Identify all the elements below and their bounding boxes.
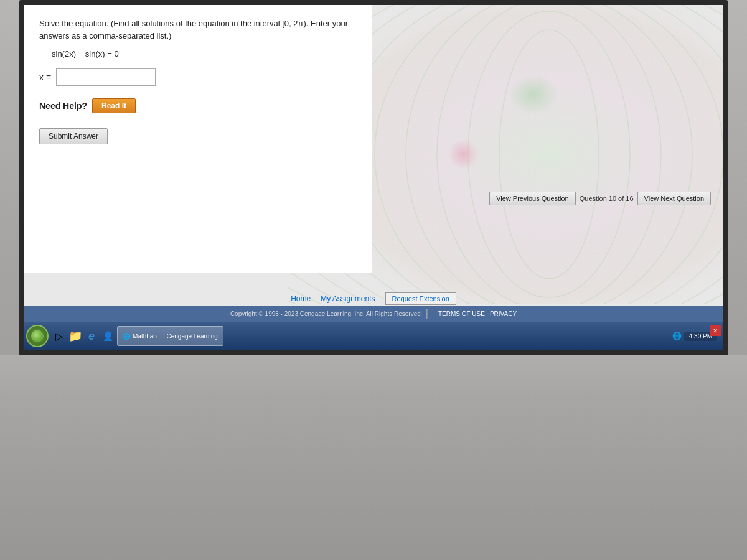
screen: Solve the equation. (Find all solutions … [24,5,723,350]
start-button[interactable] [26,325,49,347]
read-it-button[interactable]: Read It [92,98,136,113]
need-help-row: Need Help? Read It [39,98,357,113]
privacy-link[interactable]: PRIVACY [490,310,517,317]
laptop-outer: Solve the equation. (Find all solutions … [0,0,747,560]
view-next-question-button[interactable]: View Next Question [637,192,711,205]
explorer-icon[interactable]: 📁 [69,330,82,342]
footer-links: Home My Assignments Request Extension [24,292,723,305]
copyright-text: Copyright © 1998 - 2023 Cengage Learning… [230,310,421,317]
windows-orb [31,330,44,342]
terms-of-use-link[interactable]: TERMS OF USE [438,310,485,317]
answer-row: x = [39,68,357,86]
media-player-icon[interactable]: ▷ [53,330,65,342]
ie-icon[interactable]: e [85,330,98,342]
submit-answer-button[interactable]: Submit Answer [39,128,108,144]
laptop-body: SONY WEB One Touch F7 F8 F9 F10 [0,355,747,560]
question-counter: Question 10 of 16 [580,195,634,202]
svg-point-15 [465,60,590,159]
taskbar: ▷ 📁 e 👤 🌐 MathLab — Cengage Learning 🌐 4… [24,322,723,350]
request-extension-button[interactable]: Request Extension [385,292,456,305]
home-link[interactable]: Home [291,294,311,303]
taskbar-mathlab-item[interactable]: 🌐 MathLab — Cengage Learning [117,326,223,346]
my-assignments-link[interactable]: My Assignments [321,294,375,303]
close-button[interactable]: ✕ [710,325,721,336]
taskbar-item-label: MathLab — Cengage Learning [133,333,218,340]
user-icon[interactable]: 👤 [101,330,114,342]
network-icon: 🌐 [672,332,682,340]
content-area: Solve the equation. (Find all solutions … [24,5,372,273]
answer-input[interactable] [56,68,156,86]
clock-time: 4:30 PM [689,333,712,340]
x-label: x = [39,72,51,82]
view-previous-question-button[interactable]: View Previous Question [489,192,576,205]
nav-area: View Previous Question Question 10 of 16… [489,192,711,205]
question-text: Solve the equation. (Find all solutions … [39,17,357,42]
equation: sin(2x) − sin(x) = 0 [52,49,357,58]
need-help-label: Need Help? [39,101,87,111]
copyright-bar: Copyright © 1998 - 2023 Cengage Learning… [24,306,723,322]
screen-bezel: Solve the equation. (Find all solutions … [19,0,728,355]
